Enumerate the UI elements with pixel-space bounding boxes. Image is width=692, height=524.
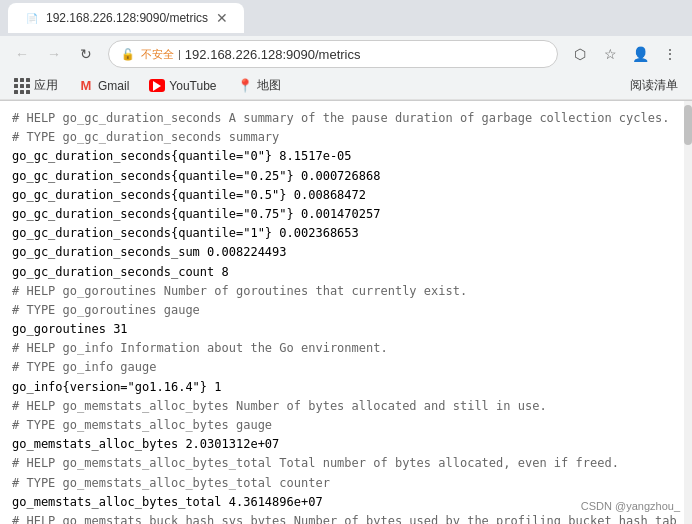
page-content: # HELP go_gc_duration_seconds A summary … (0, 101, 692, 524)
scrollbar-thumb[interactable] (684, 105, 692, 145)
nav-actions: ⬡ ☆ 👤 ⋮ (566, 40, 684, 68)
youtube-label: YouTube (169, 79, 216, 93)
active-tab[interactable]: 📄 192.168.226.128:9090/metrics ✕ (8, 3, 244, 33)
address-bar[interactable]: 🔓 不安全 | 192.168.226.128:9090/metrics (108, 40, 558, 68)
tab-bar: 📄 192.168.226.128:9090/metrics ✕ (0, 0, 692, 36)
tab-favicon: 📄 (24, 10, 40, 26)
reading-mode-button[interactable]: 阅读清单 (624, 75, 684, 96)
profile-button[interactable]: 👤 (626, 40, 654, 68)
tab-title: 192.168.226.128:9090/metrics (46, 11, 208, 25)
youtube-bookmark[interactable]: YouTube (143, 76, 222, 96)
map-bookmark[interactable]: 📍 地图 (231, 75, 287, 96)
address-separator: | (178, 48, 181, 60)
metrics-text: # HELP go_gc_duration_seconds A summary … (12, 109, 680, 524)
browser-chrome: 📄 192.168.226.128:9090/metrics ✕ ← → ↻ 🔓… (0, 0, 692, 101)
apps-button[interactable]: 应用 (8, 75, 64, 96)
bookmark-button[interactable]: ☆ (596, 40, 624, 68)
map-icon: 📍 (237, 78, 253, 94)
reload-button[interactable]: ↻ (72, 40, 100, 68)
map-label: 地图 (257, 77, 281, 94)
gmail-icon: M (78, 78, 94, 94)
youtube-icon (149, 78, 165, 94)
cast-button[interactable]: ⬡ (566, 40, 594, 68)
navigation-bar: ← → ↻ 🔓 不安全 | 192.168.226.128:9090/metri… (0, 36, 692, 72)
tab-close-button[interactable]: ✕ (216, 10, 228, 26)
grid-icon (14, 78, 30, 94)
gmail-bookmark[interactable]: M Gmail (72, 76, 135, 96)
scrollbar[interactable] (684, 101, 692, 524)
security-label: 不安全 (141, 47, 174, 62)
forward-button[interactable]: → (40, 40, 68, 68)
security-icon: 🔓 (121, 48, 135, 61)
apps-label: 应用 (34, 77, 58, 94)
bookmarks-bar: 应用 M Gmail YouTube 📍 地图 阅读清单 (0, 72, 692, 100)
address-text: 192.168.226.128:9090/metrics (185, 47, 545, 62)
back-button[interactable]: ← (8, 40, 36, 68)
watermark: CSDN @yangzhou_ (581, 500, 680, 512)
gmail-label: Gmail (98, 79, 129, 93)
menu-button[interactable]: ⋮ (656, 40, 684, 68)
